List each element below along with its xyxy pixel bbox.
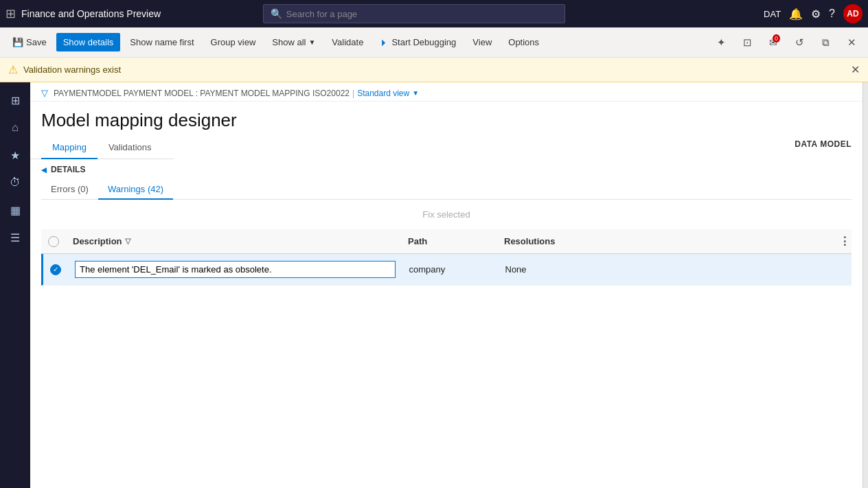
row-more-cell[interactable]: [832, 254, 852, 285]
description-input[interactable]: [75, 261, 396, 278]
warning-close-button[interactable]: ✕: [851, 63, 860, 76]
view-button[interactable]: View: [466, 33, 499, 51]
breadcrumb-view-selector[interactable]: Standard view ▼: [357, 89, 419, 98]
app-title: Finance and Operations Preview: [21, 8, 161, 19]
table-col-path: Path: [401, 229, 497, 253]
main-layout: ⊞ ⌂ ★ ⏱ ▦ ☰ ▽ PAYMENTMODEL PAYMENT MODEL…: [0, 82, 868, 488]
breadcrumb-separator: |: [352, 89, 354, 98]
personalize-icon[interactable]: ✦: [710, 32, 732, 54]
refresh-icon[interactable]: ↺: [788, 32, 810, 54]
show-details-button[interactable]: Show details: [56, 33, 121, 51]
data-model-label: DATA MODEL: [795, 139, 852, 149]
more-columns-icon[interactable]: ⋮: [839, 235, 850, 248]
sidebar-favorites-icon[interactable]: ★: [3, 143, 27, 167]
show-name-first-button[interactable]: Show name first: [123, 33, 201, 51]
sub-tabs: Errors (0) Warnings (42): [41, 180, 852, 200]
sidebar-workspaces-icon[interactable]: ▦: [3, 198, 27, 222]
panel-splitter[interactable]: [863, 82, 868, 488]
row-resolutions-cell: None: [499, 254, 833, 285]
warning-banner: ⚠ Validation warnings exist ✕: [0, 58, 868, 82]
sub-tab-errors[interactable]: Errors (0): [41, 180, 98, 200]
tab-mapping[interactable]: Mapping: [41, 137, 98, 159]
left-sidebar: ⊞ ⌂ ★ ⏱ ▦ ☰: [0, 82, 30, 488]
row-path-cell: company: [402, 254, 499, 285]
sidebar-filter-icon[interactable]: ⊞: [3, 88, 27, 113]
chevron-down-icon: ▼: [412, 89, 419, 97]
main-tabs: Mapping Validations: [30, 137, 174, 159]
close-icon[interactable]: ✕: [841, 32, 863, 54]
content-area: ▽ PAYMENTMODEL PAYMENT MODEL : PAYMENT M…: [30, 82, 863, 488]
table-header: Description ▽ Path Resolutions ⋮: [41, 229, 852, 254]
search-icon: 🔍: [271, 8, 282, 19]
save-button[interactable]: 💾 Save: [5, 33, 54, 51]
row-description-cell[interactable]: [68, 254, 402, 285]
table-col-check: [41, 229, 66, 253]
breadcrumb-path: PAYMENTMODEL PAYMENT MODEL : PAYMENT MOD…: [54, 89, 350, 98]
tabs-row: Mapping Validations DATA MODEL: [30, 134, 863, 159]
row-checkbox[interactable]: ✓: [50, 264, 61, 275]
details-header-label: DETAILS: [51, 165, 85, 174]
group-view-button[interactable]: Group view: [204, 33, 263, 51]
table-row: ✓ company None: [41, 254, 852, 286]
breadcrumb: ▽ PAYMENTMODEL PAYMENT MODEL : PAYMENT M…: [30, 82, 863, 102]
sidebar-menu-icon[interactable]: ☰: [3, 225, 27, 250]
avatar[interactable]: AD: [843, 4, 863, 23]
table-filter-icon[interactable]: ▽: [125, 237, 130, 246]
validate-button[interactable]: Validate: [325, 33, 370, 51]
toolbar: 💾 Save Show details Show name first Grou…: [0, 27, 868, 58]
help-icon[interactable]: ?: [829, 8, 835, 20]
sidebar-recent-icon[interactable]: ⏱: [3, 170, 27, 195]
top-nav-right: DAT 🔔 ⚙ ? AD: [764, 4, 863, 23]
save-icon: 💾: [12, 37, 23, 47]
fullscreen-icon[interactable]: ⊡: [736, 32, 758, 54]
sidebar-home-icon[interactable]: ⌂: [3, 115, 27, 140]
settings-icon[interactable]: ⚙: [811, 8, 821, 21]
table-col-resolutions: Resolutions: [497, 229, 832, 253]
warning-icon: ⚠: [8, 63, 18, 76]
collapse-icon: ◀: [41, 166, 47, 174]
chevron-down-icon: ▼: [308, 38, 315, 46]
table-col-description: Description ▽: [66, 229, 401, 253]
details-header[interactable]: ◀ DETAILS: [41, 165, 852, 174]
select-all-checkbox[interactable]: [48, 236, 59, 247]
tab-validations[interactable]: Validations: [98, 137, 163, 159]
open-new-window-icon[interactable]: ⧉: [814, 32, 836, 54]
fix-selected-button[interactable]: Fix selected: [41, 205, 852, 224]
search-placeholder: Search for a page: [286, 9, 357, 19]
options-button[interactable]: Options: [501, 33, 546, 51]
details-section: ◀ DETAILS Errors (0) Warnings (42) Fix s…: [30, 159, 863, 488]
show-all-button[interactable]: Show all ▼: [265, 33, 322, 51]
env-label: DAT: [764, 9, 781, 19]
apps-icon[interactable]: ⊞: [5, 6, 16, 21]
sub-tab-warnings[interactable]: Warnings (42): [98, 180, 173, 200]
top-navigation: ⊞ Finance and Operations Preview 🔍 Searc…: [0, 0, 868, 27]
notifications-icon[interactable]: 🔔: [789, 8, 803, 21]
search-box[interactable]: 🔍 Search for a page: [263, 4, 565, 23]
start-debugging-button[interactable]: ⏵ Start Debugging: [373, 33, 463, 51]
toolbar-right: ✦ ⊡ ✉0 ↺ ⧉ ✕: [710, 32, 863, 54]
table-col-more: ⋮: [832, 229, 852, 253]
row-checkbox-cell[interactable]: ✓: [43, 254, 68, 285]
notification-count-icon[interactable]: ✉0: [762, 32, 784, 54]
breadcrumb-filter-icon[interactable]: ▽: [41, 88, 48, 98]
warning-text: Validation warnings exist: [23, 65, 121, 75]
debug-icon: ⏵: [380, 37, 389, 47]
warnings-table: Description ▽ Path Resolutions ⋮: [41, 229, 852, 483]
page-title: Model mapping designer: [30, 102, 863, 134]
